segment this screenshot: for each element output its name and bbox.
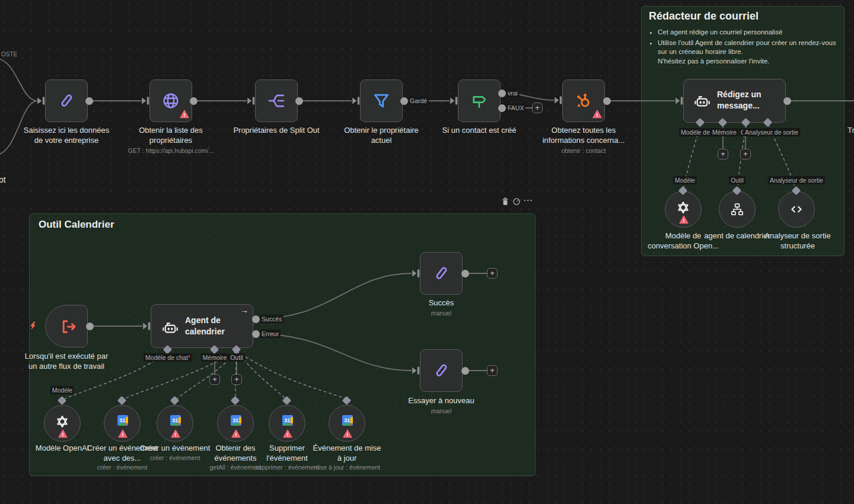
subnode-gcal-get-events[interactable]: 31 !: [217, 405, 254, 442]
node-label: Succès: [400, 298, 483, 308]
node-sublabel: manuel: [431, 310, 451, 317]
subnode-sublabel: créer : événement: [97, 464, 148, 471]
warning-icon: !: [171, 429, 180, 438]
google-calendar-icon: 31: [281, 413, 295, 428]
node-company-data[interactable]: [45, 79, 88, 122]
subnode-gcal-create-custom[interactable]: 31 !: [104, 405, 141, 442]
svg-text:!: !: [62, 432, 64, 438]
subnode-structured-output-parser[interactable]: [778, 191, 815, 228]
bolt-icon: [30, 321, 37, 330]
add-node-button[interactable]: +: [487, 365, 498, 376]
input-connector: [37, 96, 45, 106]
agent-input-chip-memory: Mémoire: [201, 353, 229, 362]
clipped-node-label-right: Tr: [847, 126, 854, 135]
more-options-icon[interactable]: ···: [524, 196, 533, 205]
add-memory-button[interactable]: +: [718, 149, 728, 160]
warning-icon: !: [283, 429, 292, 438]
svg-text:!: !: [122, 432, 124, 438]
node-success[interactable]: [420, 252, 463, 295]
node-execute-workflow-trigger[interactable]: [45, 305, 88, 347]
output-label-kept: Gardé: [408, 97, 429, 105]
node-if-contact-created[interactable]: [458, 79, 501, 122]
n8n-workflow-canvas[interactable]: { "ui": { "plus": "+", "arrow": "→", "el…: [0, 0, 854, 504]
agent-input-chip-output-parser: Analyseur de sortie: [743, 128, 800, 136]
output-connector-success[interactable]: [252, 315, 260, 323]
output-connector[interactable]: [461, 367, 469, 375]
trash-icon[interactable]: [500, 196, 511, 207]
google-calendar-icon: 31: [229, 413, 243, 428]
required-star: *: [188, 354, 190, 361]
output-connector[interactable]: [295, 97, 303, 105]
node-current-owner[interactable]: [360, 79, 403, 122]
subnode-gcal-update-event[interactable]: 31 !: [329, 405, 365, 442]
node-split-out[interactable]: [255, 79, 298, 122]
hubspot-icon: [573, 91, 594, 111]
node-retry[interactable]: [420, 349, 463, 392]
google-calendar-icon: 31: [168, 413, 183, 428]
subnode-sublabel: créer : événement: [150, 454, 200, 461]
node-label: Saisissez ici les données de votre entre…: [7, 126, 126, 145]
chip-text: Modèle de chat: [145, 354, 188, 361]
add-node-button[interactable]: +: [532, 103, 543, 113]
subnode-openai-chat-model[interactable]: !: [665, 191, 702, 228]
input-connector: [352, 96, 360, 106]
output-connector[interactable]: [190, 97, 197, 105]
agent-node-label: Rédigez un message...: [717, 89, 761, 111]
node-owners-list[interactable]: !: [149, 79, 192, 122]
output-label-true: vrai: [506, 89, 520, 97]
node-label: Lorsqu'il est exécuté par un autre flux …: [7, 352, 126, 371]
add-node-button[interactable]: +: [487, 268, 498, 279]
subnode-chip-model: Modèle: [50, 386, 74, 394]
subnode-label: Événement de mise à jour: [302, 444, 391, 463]
subnode-openai-model[interactable]: !: [44, 405, 81, 442]
node-hubspot-get-contact[interactable]: !: [562, 79, 605, 122]
output-connector-false[interactable]: [498, 104, 506, 112]
add-tool-button[interactable]: +: [231, 374, 242, 385]
input-connector: [142, 321, 151, 331]
output-connector[interactable]: [85, 97, 93, 105]
subnode-sublabel: getAll : événement: [210, 464, 262, 471]
pencil-icon: [431, 361, 451, 381]
output-connector[interactable]: [400, 97, 408, 105]
output-label-false: FAUX: [506, 104, 525, 112]
input-connector: [450, 96, 458, 106]
add-memory-button[interactable]: +: [209, 374, 220, 385]
input-connector: [412, 269, 420, 278]
svg-text:!: !: [235, 432, 237, 438]
output-connector[interactable]: [461, 270, 469, 277]
google-calendar-icon: 31: [340, 413, 355, 428]
palette-icon[interactable]: [511, 196, 522, 207]
svg-text:!: !: [287, 432, 289, 438]
warning-icon: !: [231, 429, 241, 438]
add-tool-button[interactable]: +: [740, 149, 751, 160]
subnode-gcal-create[interactable]: 31 !: [157, 405, 193, 442]
agent-open-arrow-icon[interactable]: →: [240, 305, 248, 315]
split-out-icon: [266, 91, 286, 111]
input-connector: [141, 96, 149, 106]
warning-icon: !: [58, 429, 68, 438]
subnode-label: Analyseur de sortie structurée: [750, 231, 845, 251]
output-label-error: Erreur: [260, 330, 281, 338]
output-connector[interactable]: [783, 97, 791, 105]
output-connector[interactable]: [603, 97, 611, 105]
workflow-trigger-icon: [58, 317, 78, 337]
output-label-success: Succès: [260, 315, 283, 323]
output-connector[interactable]: [86, 323, 94, 330]
svg-text:31: 31: [284, 417, 290, 423]
globe-icon: [161, 91, 181, 111]
warning-icon: !: [592, 110, 602, 119]
subnode-chip-output-parser: Analyseur de sortie: [768, 176, 825, 184]
node-label: Obtenez toutes les informations concerna…: [527, 126, 640, 145]
node-sublabel: obtenir : contact: [562, 147, 606, 154]
node-label: Essayer à nouveau: [388, 396, 495, 406]
subnode-calendar-agent-tool[interactable]: [719, 191, 756, 228]
pencil-icon: [56, 91, 77, 111]
svg-text:!: !: [683, 218, 685, 224]
svg-text:31: 31: [172, 417, 178, 423]
svg-text:!: !: [597, 112, 598, 118]
output-connector-error[interactable]: [252, 330, 260, 338]
svg-text:!: !: [347, 432, 349, 438]
subnode-gcal-delete-event[interactable]: 31 !: [269, 405, 305, 442]
output-connector-true[interactable]: [498, 90, 506, 97]
robot-icon: [161, 318, 179, 336]
